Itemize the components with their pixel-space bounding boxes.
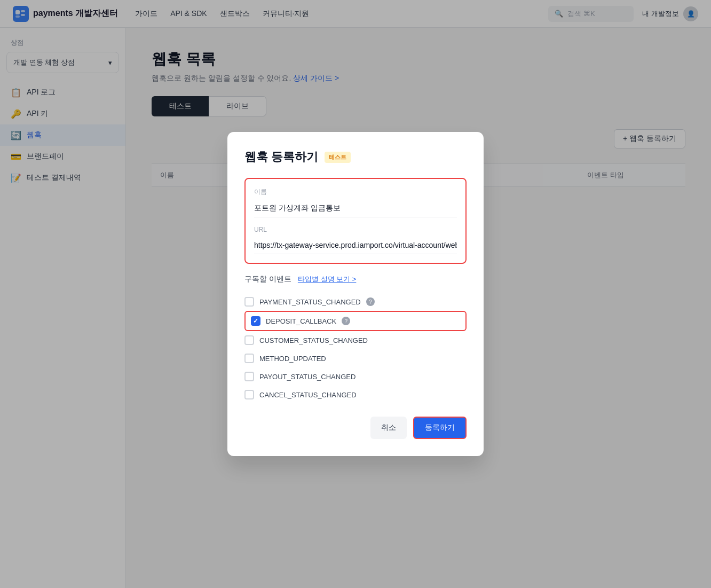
checkbox-payout-status-changed[interactable] [244,372,254,381]
submit-button[interactable]: 등록하기 [413,417,467,439]
event-label-customer-status-changed: CUSTOMER_STATUS_CHANGED [259,336,368,344]
checkbox-customer-status-changed[interactable] [244,335,254,345]
modal-badge: 테스트 [325,152,351,163]
help-icon-payment-status-changed[interactable]: ? [366,297,375,306]
event-type-link[interactable]: 타입별 설명 보기 > [298,275,356,284]
url-input[interactable] [254,237,457,254]
checkbox-method-updated[interactable] [244,354,254,363]
event-label-cancel-status-changed: CANCEL_STATUS_CHANGED [259,391,357,399]
modal-title-row: 웹훅 등록하기 테스트 [244,149,467,165]
event-label-method-updated: METHOD_UPDATED [259,355,326,363]
help-icon-deposit-callback[interactable]: ? [342,317,350,325]
checkbox-cancel-status-changed[interactable] [244,390,254,399]
event-payment-status-changed: PAYMENT_STATUS_CHANGED ? [244,293,467,311]
name-input[interactable] [254,200,457,217]
cancel-button[interactable]: 취소 [370,417,407,439]
event-label-deposit-callback: DEPOSIT_CALLBACK [266,317,336,325]
event-deposit-callback: DEPOSIT_CALLBACK ? [244,311,467,331]
name-label: 이름 [254,187,457,197]
event-method-updated: METHOD_UPDATED [244,349,467,367]
checkbox-payment-status-changed[interactable] [244,297,254,307]
modal-title: 웹훅 등록하기 [244,149,318,165]
event-label-row: 구독할 이벤트 타입별 설명 보기 > [244,275,467,284]
webhook-register-modal: 웹훅 등록하기 테스트 이름 URL 구독할 이벤트 타입별 설명 보기 > P… [227,132,484,456]
event-label-payment-status-changed: PAYMENT_STATUS_CHANGED [259,298,361,306]
modal-footer: 취소 등록하기 [244,417,467,439]
url-label: URL [254,226,457,233]
event-customer-status-changed: CUSTOMER_STATUS_CHANGED [244,331,467,349]
event-cancel-status-changed: CANCEL_STATUS_CHANGED [244,386,467,404]
event-payout-status-changed: PAYOUT_STATUS_CHANGED [244,367,467,386]
modal-overlay[interactable]: 웹훅 등록하기 테스트 이름 URL 구독할 이벤트 타입별 설명 보기 > P… [0,0,711,588]
form-section: 이름 URL [244,178,467,264]
event-label-payout-status-changed: PAYOUT_STATUS_CHANGED [259,373,356,381]
event-label: 구독할 이벤트 [244,275,291,284]
checkbox-deposit-callback[interactable] [251,316,260,326]
event-section: 구독할 이벤트 타입별 설명 보기 > PAYMENT_STATUS_CHANG… [244,275,467,404]
